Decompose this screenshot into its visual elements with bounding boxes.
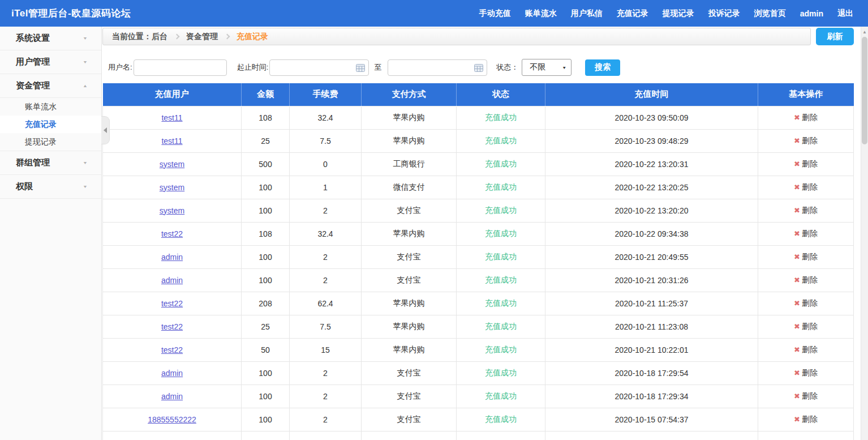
sidebar-item[interactable]: 权限▼ <box>0 175 101 199</box>
amount-cell: 100 <box>242 176 290 199</box>
calendar-icon[interactable] <box>356 64 365 74</box>
delete-button[interactable]: ✖删除 <box>794 252 818 262</box>
delete-label: 删除 <box>802 322 818 332</box>
table-row: system1002支付宝充值成功2020-10-22 13:20:20✖删除 <box>103 199 854 222</box>
payment-method-cell: 支付宝 <box>362 385 457 408</box>
delete-button[interactable]: ✖删除 <box>794 391 818 401</box>
sidebar-item[interactable]: 用户管理▼ <box>0 50 101 74</box>
sidebar-subitem[interactable]: 提现记录 <box>0 133 101 151</box>
status-text: 充值成功 <box>485 275 517 284</box>
fee-cell: 2 <box>290 385 362 408</box>
table-row: system5000工商银行充值成功2020-10-22 13:20:31✖删除 <box>103 152 854 176</box>
topbar-nav-item[interactable]: 退出 <box>837 8 853 19</box>
delete-button[interactable]: ✖删除 <box>794 368 818 378</box>
user-link[interactable]: test11 <box>161 113 182 122</box>
delete-button[interactable]: ✖删除 <box>794 345 818 355</box>
breadcrumb-item[interactable]: 资金管理 <box>186 32 218 42</box>
topbar-nav-item[interactable]: 账单流水 <box>525 8 557 19</box>
scrollbar-thumb[interactable] <box>862 37 867 144</box>
delete-button[interactable]: ✖删除 <box>794 206 818 216</box>
column-header: 金额 <box>242 83 290 106</box>
delete-button[interactable]: ✖删除 <box>794 229 818 239</box>
user-link[interactable]: test22 <box>161 229 183 238</box>
delete-label: 删除 <box>802 182 818 193</box>
topbar-nav-item[interactable]: 浏览首页 <box>754 8 786 19</box>
date-to-input[interactable] <box>388 59 487 76</box>
search-button[interactable]: 搜索 <box>585 59 620 76</box>
status-cell: 充值成功 <box>457 408 545 431</box>
time-cell: 2020-10-21 20:31:26 <box>545 268 758 292</box>
user-link[interactable]: 18855552222 <box>148 415 196 424</box>
topbar-nav-item[interactable]: 投诉记录 <box>708 8 740 19</box>
user-link[interactable]: admin <box>161 253 183 262</box>
status-cell: 充值成功 <box>457 129 545 152</box>
scrollbar-up-icon[interactable]: ▲ <box>861 27 868 35</box>
user-cell: system <box>103 199 242 222</box>
delete-label: 删除 <box>802 345 818 355</box>
delete-button[interactable]: ✖删除 <box>794 275 818 285</box>
chevron-right-icon <box>225 33 230 39</box>
chevron-down-icon: ▼ <box>83 161 88 165</box>
user-link[interactable]: test22 <box>161 299 183 308</box>
user-link[interactable]: test11 <box>161 136 182 146</box>
action-cell: ✖删除 <box>758 408 854 431</box>
user-link[interactable]: admin <box>161 392 183 401</box>
sidebar-item-label: 资金管理 <box>16 80 50 91</box>
chevron-down-icon: ▼ <box>83 36 88 41</box>
user-cell: admin <box>103 245 242 268</box>
user-link[interactable]: admin <box>161 369 183 378</box>
user-link[interactable]: admin <box>161 276 183 285</box>
delete-button[interactable]: ✖删除 <box>794 322 818 332</box>
topbar-nav-item[interactable]: admin <box>800 9 823 18</box>
action-cell: ✖删除 <box>758 292 854 315</box>
status-text: 充值成功 <box>485 229 517 238</box>
date-from-input[interactable] <box>269 59 369 76</box>
sidebar-item-label: 系统设置 <box>16 33 50 44</box>
delete-button[interactable]: ✖删除 <box>794 136 818 146</box>
delete-button[interactable]: ✖删除 <box>794 159 818 169</box>
sidebar-subitem[interactable]: 账单流水 <box>0 98 101 116</box>
username-input[interactable] <box>134 59 227 76</box>
topbar-nav-item[interactable]: 充值记录 <box>617 8 648 19</box>
topbar-nav-item[interactable]: 用户私信 <box>571 8 603 19</box>
delete-x-icon: ✖ <box>794 299 800 307</box>
topbar-nav-item[interactable]: 提现记录 <box>663 8 694 19</box>
sidebar-item[interactable]: 群组管理▼ <box>0 151 101 175</box>
user-link[interactable]: system <box>160 160 184 169</box>
delete-button[interactable]: ✖删除 <box>794 182 818 193</box>
admin-page: iTel管理后台-欧皇源码论坛 手动充值账单流水用户私信充值记录提现记录投诉记录… <box>0 0 868 440</box>
user-cell: admin <box>103 361 242 385</box>
fee-cell: 2 <box>290 199 362 222</box>
status-text: 充值成功 <box>485 391 517 400</box>
sidebar-item[interactable]: 系统设置▼ <box>0 27 101 50</box>
user-link[interactable]: system <box>160 206 184 215</box>
status-select[interactable]: 不限 ▼ <box>522 59 571 76</box>
recharge-records-table: 充值用户金额手续费支付方式状态充值时间基本操作 test1110832.4苹果内… <box>102 83 854 440</box>
fee-cell: 62.4 <box>290 292 362 315</box>
breadcrumb-item-current[interactable]: 充值记录 <box>237 32 268 42</box>
user-link[interactable]: test22 <box>161 345 183 354</box>
user-link[interactable]: test22 <box>161 322 183 331</box>
column-header: 手续费 <box>290 83 362 106</box>
sidebar-item[interactable]: 资金管理▲ <box>0 74 101 98</box>
user-link[interactable]: system <box>160 183 184 192</box>
sidebar-item-label: 群组管理 <box>16 157 50 168</box>
user-cell: test22 <box>103 222 242 245</box>
collapse-left-icon <box>104 127 107 133</box>
delete-button[interactable]: ✖删除 <box>794 415 818 425</box>
delete-button[interactable]: ✖删除 <box>794 113 818 123</box>
sidebar-collapse-handle[interactable] <box>101 116 110 144</box>
delete-button[interactable]: ✖删除 <box>794 298 818 309</box>
sidebar-subitem[interactable]: 充值记录 <box>0 116 101 133</box>
empty-cell <box>103 431 242 440</box>
vertical-scrollbar[interactable]: ▲ <box>861 27 868 440</box>
payment-method-cell: 苹果内购 <box>362 292 457 315</box>
chevron-down-icon: ▼ <box>83 60 88 65</box>
time-cell: 2020-10-21 11:23:08 <box>545 315 758 338</box>
calendar-icon[interactable] <box>474 64 483 74</box>
amount-cell: 208 <box>242 292 290 315</box>
refresh-button[interactable]: 刷新 <box>816 28 854 45</box>
topbar-nav-item[interactable]: 手动充值 <box>479 8 511 19</box>
user-cell: system <box>103 152 242 176</box>
delete-label: 删除 <box>802 229 818 239</box>
